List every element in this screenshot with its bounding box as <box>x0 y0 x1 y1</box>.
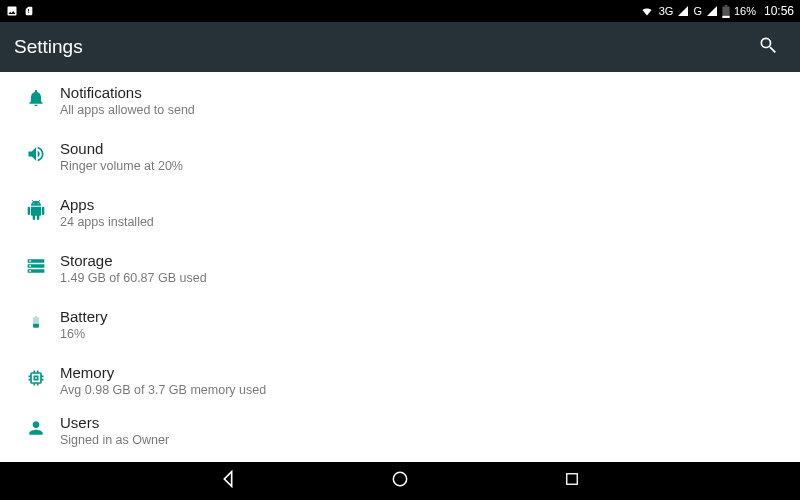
recents-button[interactable] <box>556 465 588 497</box>
svg-rect-1 <box>724 5 727 6</box>
search-icon <box>758 35 778 59</box>
person-icon <box>26 418 46 442</box>
svg-point-3 <box>393 472 406 485</box>
back-button[interactable] <box>212 465 244 497</box>
item-subtitle: 1.49 GB of 60.87 GB used <box>60 271 207 285</box>
settings-item-memory[interactable]: Memory Avg 0.98 GB of 3.7 GB memory used <box>0 352 800 408</box>
home-button[interactable] <box>384 465 416 497</box>
battery-percent: 16% <box>734 5 756 17</box>
search-button[interactable] <box>750 29 786 65</box>
wifi-icon <box>639 5 655 17</box>
svg-rect-4 <box>567 474 578 485</box>
back-icon <box>217 468 239 494</box>
settings-item-storage[interactable]: Storage 1.49 GB of 60.87 GB used <box>0 240 800 296</box>
battery-icon <box>29 312 43 336</box>
volume-icon <box>26 144 46 168</box>
svg-rect-2 <box>722 15 729 17</box>
sd-card-warning-icon <box>24 5 34 17</box>
item-title: Memory <box>60 364 266 381</box>
memory-icon <box>26 368 46 392</box>
navigation-bar <box>0 462 800 500</box>
status-bar: 3G G 16% 10:56 <box>0 0 800 22</box>
settings-item-notifications[interactable]: Notifications All apps allowed to send <box>0 72 800 128</box>
item-subtitle: Ringer volume at 20% <box>60 159 183 173</box>
page-title: Settings <box>14 36 83 58</box>
item-subtitle: All apps allowed to send <box>60 103 195 117</box>
android-icon <box>26 200 46 224</box>
item-title: Battery <box>60 308 108 325</box>
recents-icon <box>563 470 581 492</box>
settings-list[interactable]: Notifications All apps allowed to send S… <box>0 72 800 462</box>
settings-item-users[interactable]: Users Signed in as Owner <box>0 408 800 452</box>
settings-item-battery[interactable]: Battery 16% <box>0 296 800 352</box>
item-subtitle: Avg 0.98 GB of 3.7 GB memory used <box>60 383 266 397</box>
item-title: Sound <box>60 140 183 157</box>
settings-item-sound[interactable]: Sound Ringer volume at 20% <box>0 128 800 184</box>
item-title: Notifications <box>60 84 195 101</box>
home-icon <box>390 469 410 493</box>
network-type-2: G <box>693 5 702 17</box>
bell-icon <box>26 88 46 112</box>
app-bar: Settings <box>0 22 800 72</box>
image-icon <box>6 5 18 17</box>
signal-2-icon <box>706 5 718 17</box>
item-subtitle: Signed in as Owner <box>60 433 169 447</box>
battery-status-icon <box>722 5 730 18</box>
clock: 10:56 <box>764 4 794 18</box>
item-title: Users <box>60 414 169 431</box>
item-title: Apps <box>60 196 154 213</box>
item-subtitle: 16% <box>60 327 108 341</box>
signal-1-icon <box>677 5 689 17</box>
network-type-1: 3G <box>659 5 674 17</box>
item-subtitle: 24 apps installed <box>60 215 154 229</box>
item-title: Storage <box>60 252 207 269</box>
storage-icon <box>26 256 46 280</box>
settings-item-apps[interactable]: Apps 24 apps installed <box>0 184 800 240</box>
